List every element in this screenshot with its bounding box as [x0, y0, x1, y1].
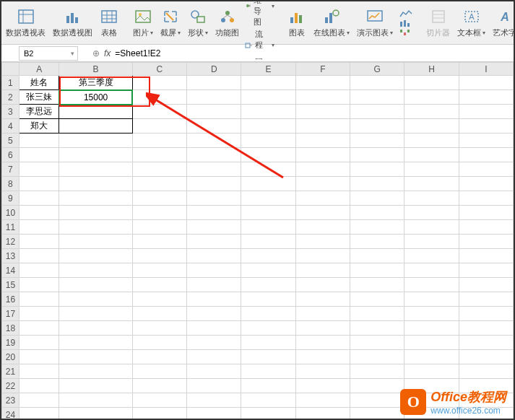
cell-A17[interactable]	[19, 307, 59, 321]
cell-E5[interactable]	[241, 134, 295, 148]
row-header-20[interactable]: 20	[2, 350, 20, 364]
cell-B13[interactable]	[59, 249, 132, 263]
cell-D10[interactable]	[187, 206, 241, 220]
cell-I4[interactable]	[459, 119, 513, 134]
row-header-22[interactable]: 22	[2, 379, 20, 393]
cell-H8[interactable]	[404, 177, 459, 191]
cell-A24[interactable]	[19, 408, 59, 421]
cell-G7[interactable]	[350, 162, 404, 177]
cell-D24[interactable]	[187, 408, 241, 421]
cell-C6[interactable]	[132, 148, 186, 162]
cell-H7[interactable]	[404, 162, 459, 177]
cell-G1[interactable]	[350, 76, 404, 90]
cell-A8[interactable]	[19, 177, 59, 191]
cell-C3[interactable]	[132, 105, 186, 119]
cell-I20[interactable]	[459, 350, 513, 364]
row-header-6[interactable]: 6	[2, 148, 20, 162]
cell-A21[interactable]	[19, 364, 59, 379]
formula-input[interactable]	[115, 48, 404, 58]
cell-H2[interactable]	[404, 90, 459, 105]
cell-G19[interactable]	[350, 336, 404, 350]
demo-chart-button[interactable]: 演示图表▾	[355, 4, 394, 43]
cell-H16[interactable]	[404, 292, 459, 307]
row-header-4[interactable]: 4	[2, 119, 20, 134]
cell-E17[interactable]	[241, 307, 295, 321]
cell-F6[interactable]	[295, 148, 350, 162]
cell-I6[interactable]	[459, 148, 513, 162]
row-header-8[interactable]: 8	[2, 177, 20, 191]
column-header-I[interactable]: I	[459, 63, 513, 76]
cell-D19[interactable]	[187, 336, 241, 350]
row-header-5[interactable]: 5	[2, 134, 20, 148]
cell-E16[interactable]	[241, 292, 295, 307]
cell-F18[interactable]	[295, 321, 350, 336]
cell-E11[interactable]	[241, 220, 295, 235]
cell-E1[interactable]	[241, 76, 295, 90]
cell-G17[interactable]	[350, 307, 404, 321]
cell-B16[interactable]	[59, 292, 132, 307]
row-header-17[interactable]: 17	[2, 307, 20, 321]
column-header-C[interactable]: C	[132, 63, 186, 76]
cell-F5[interactable]	[295, 134, 350, 148]
cell-A14[interactable]	[19, 263, 59, 278]
cell-I13[interactable]	[459, 249, 513, 263]
cell-D1[interactable]	[187, 76, 241, 90]
cell-A5[interactable]	[19, 134, 59, 148]
cell-D18[interactable]	[187, 321, 241, 336]
cell-H18[interactable]	[404, 321, 459, 336]
cell-B23[interactable]	[59, 393, 132, 408]
cell-E22[interactable]	[241, 379, 295, 393]
cell-I5[interactable]	[459, 134, 513, 148]
cell-I18[interactable]	[459, 321, 513, 336]
cell-G20[interactable]	[350, 350, 404, 364]
cell-H9[interactable]	[404, 191, 459, 206]
smartart-button[interactable]: 功能图	[214, 4, 241, 43]
cell-B1[interactable]: 第三季度	[59, 76, 132, 90]
cell-A13[interactable]	[19, 249, 59, 263]
cell-E12[interactable]	[241, 235, 295, 249]
spreadsheet-grid[interactable]: ABCDEFGHI1姓名第三季度2张三妹150003李思远4郑大56789101…	[1, 62, 514, 420]
name-box[interactable]: B2 ▾	[19, 46, 78, 61]
cell-B5[interactable]	[59, 134, 132, 148]
cell-D7[interactable]	[187, 162, 241, 177]
row-header-15[interactable]: 15	[2, 278, 20, 292]
row-header-9[interactable]: 9	[2, 191, 20, 206]
cell-F11[interactable]	[295, 220, 350, 235]
cell-F8[interactable]	[295, 177, 350, 191]
cell-C10[interactable]	[132, 206, 186, 220]
mindmap-button[interactable]: 思维导图▾	[245, 0, 274, 27]
cell-C5[interactable]	[132, 134, 186, 148]
cell-F20[interactable]	[295, 350, 350, 364]
row-header-16[interactable]: 16	[2, 292, 20, 307]
cell-D23[interactable]	[187, 393, 241, 408]
cell-I8[interactable]	[459, 177, 513, 191]
cell-I11[interactable]	[459, 220, 513, 235]
cell-G15[interactable]	[350, 278, 404, 292]
cell-B19[interactable]	[59, 336, 132, 350]
cell-A1[interactable]: 姓名	[19, 76, 59, 90]
cell-F17[interactable]	[295, 307, 350, 321]
cell-H12[interactable]	[404, 235, 459, 249]
cell-B10[interactable]	[59, 206, 132, 220]
cell-E18[interactable]	[241, 321, 295, 336]
cell-D15[interactable]	[187, 278, 241, 292]
cell-A16[interactable]	[19, 292, 59, 307]
cell-A6[interactable]	[19, 148, 59, 162]
cell-F22[interactable]	[295, 379, 350, 393]
cell-E14[interactable]	[241, 263, 295, 278]
cell-E21[interactable]	[241, 364, 295, 379]
cell-I14[interactable]	[459, 263, 513, 278]
cell-A9[interactable]	[19, 191, 59, 206]
cell-H10[interactable]	[404, 206, 459, 220]
cell-C23[interactable]	[132, 393, 186, 408]
column-header-G[interactable]: G	[350, 63, 404, 76]
cell-I1[interactable]	[459, 76, 513, 90]
cell-D20[interactable]	[187, 350, 241, 364]
row-header-3[interactable]: 3	[2, 105, 20, 119]
fx-icon[interactable]: fx	[104, 48, 111, 58]
cell-E20[interactable]	[241, 350, 295, 364]
cell-B22[interactable]	[59, 379, 132, 393]
pivot-table-button[interactable]: 数据透视表	[4, 4, 47, 43]
cell-E24[interactable]	[241, 408, 295, 421]
cell-F12[interactable]	[295, 235, 350, 249]
